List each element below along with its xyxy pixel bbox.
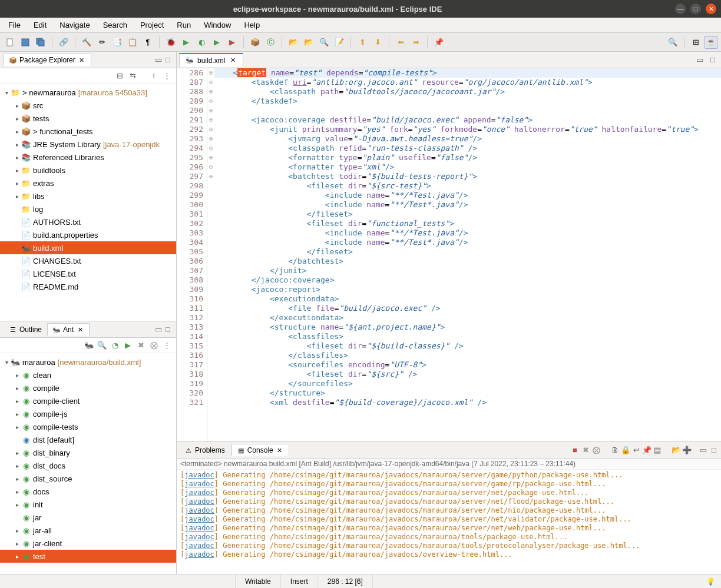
pin-console-button[interactable]: 📌: [642, 446, 651, 455]
ant-target[interactable]: ▸◉compile-client: [0, 394, 176, 407]
remove-all-launches-button[interactable]: ⨂: [591, 446, 601, 455]
maximize-view-button[interactable]: □: [163, 325, 173, 334]
tree-item[interactable]: 🐜build.xml: [0, 241, 176, 254]
minimize-console-button[interactable]: ▭: [699, 446, 708, 455]
ant-target[interactable]: ◉dist [default]: [0, 433, 176, 446]
add-buildfile-button[interactable]: 🐜: [84, 341, 94, 350]
minimize-view-button[interactable]: ▭: [154, 55, 163, 65]
quick-access-button[interactable]: 🔍: [666, 36, 679, 49]
save-button[interactable]: [19, 36, 32, 49]
build-button[interactable]: 🔨: [80, 36, 93, 49]
forward-button[interactable]: ➡: [409, 36, 422, 49]
ant-target[interactable]: ▸◉compile: [0, 381, 176, 394]
new-console-button[interactable]: ➕: [682, 446, 692, 455]
ant-root[interactable]: ▾🐜marauroa[newmarauroa/build.xml]: [0, 356, 176, 368]
ant-target[interactable]: ▸◉clean: [0, 368, 176, 381]
code-area[interactable]: <target name="test" depends="compile-tes…: [214, 68, 721, 441]
editor-tab-build-xml[interactable]: 🐜 build.xml ✕: [179, 53, 243, 67]
ant-target[interactable]: ▸◉dist_binary: [0, 446, 176, 459]
open-task-button[interactable]: 📂: [302, 36, 315, 49]
search-button[interactable]: 🔍: [317, 36, 330, 49]
display-console-button[interactable]: ▤: [653, 446, 662, 455]
remove-button[interactable]: ✖: [136, 341, 145, 350]
tree-item[interactable]: 📄LICENSE.txt: [0, 267, 176, 280]
minimize-editor-button[interactable]: ▭: [695, 55, 705, 65]
ant-target[interactable]: ▸◉compile-js: [0, 407, 176, 420]
menu-project[interactable]: Project: [134, 19, 170, 31]
ant-target[interactable]: ▸◉jar-client: [0, 537, 176, 550]
folding-gutter[interactable]: ⊖⊖⊖⊖⊖⊖⊖⊖⊖⊖⊖⊖: [207, 68, 214, 441]
menu-run[interactable]: Run: [171, 19, 197, 31]
menu-help[interactable]: Help: [238, 19, 266, 31]
project-root[interactable]: ▾📁> newmarauroa[marauroa 5450a33]: [0, 86, 176, 99]
task-button[interactable]: 📋: [126, 36, 139, 49]
window-close-button[interactable]: ✕: [706, 4, 716, 14]
tree-item[interactable]: 📄build.ant.properties: [0, 228, 176, 241]
menu-window[interactable]: Window: [198, 19, 237, 31]
ant-target[interactable]: ▸◉test: [0, 550, 176, 563]
link-with-editor-button[interactable]: ⇆: [128, 71, 137, 81]
highlight-button[interactable]: ✏: [95, 36, 108, 49]
editor-area[interactable]: 2862872882892902912922932942952962972982…: [177, 68, 721, 441]
close-icon[interactable]: ✕: [276, 446, 284, 454]
hide-button[interactable]: ◔: [110, 341, 120, 350]
annotation-button[interactable]: 📝: [333, 36, 346, 49]
tip-icon[interactable]: 💡: [706, 577, 715, 586]
tree-item[interactable]: 📁log: [0, 202, 176, 215]
back-button[interactable]: ⬅: [394, 36, 407, 49]
tree-item[interactable]: ▸📚JRE System Library[java-17-openjdk: [0, 138, 176, 151]
tree-item[interactable]: ▸📁libs: [0, 190, 176, 202]
ant-target[interactable]: ◉jar: [0, 511, 176, 524]
ant-target[interactable]: ▸◉docs: [0, 485, 176, 498]
maximize-editor-button[interactable]: □: [708, 55, 717, 65]
minimize-view-button[interactable]: ▭: [154, 325, 163, 334]
open-console-button[interactable]: 📂: [672, 446, 681, 455]
terminate-button[interactable]: ■: [570, 446, 580, 455]
search-button[interactable]: 🔍: [97, 341, 107, 350]
save-all-button[interactable]: [34, 36, 47, 49]
debug-button[interactable]: 🐞: [164, 36, 177, 49]
bookmark-button[interactable]: 📑: [111, 36, 124, 49]
menu-search[interactable]: Search: [97, 19, 133, 31]
maximize-console-button[interactable]: □: [709, 446, 719, 455]
word-wrap-button[interactable]: ↩: [631, 446, 641, 455]
close-icon[interactable]: ✕: [78, 56, 86, 64]
filter-button[interactable]: ⫶: [149, 71, 158, 81]
ant-target[interactable]: ▸◉dist_docs: [0, 459, 176, 472]
problems-tab[interactable]: ⚠ Problems: [179, 444, 230, 456]
package-explorer-tree[interactable]: ▾📁> newmarauroa[marauroa 5450a33]▸📦src▸📦…: [0, 84, 176, 321]
remove-launch-button[interactable]: ✖: [581, 446, 590, 455]
open-perspective-button[interactable]: ⊞: [689, 36, 702, 49]
next-annotation-button[interactable]: ⬇: [371, 36, 384, 49]
maximize-view-button[interactable]: □: [163, 55, 173, 65]
tree-item[interactable]: 📄AUTHORS.txt: [0, 215, 176, 228]
new-package-button[interactable]: 📦: [249, 36, 262, 49]
ant-target[interactable]: ▸◉compile-tests: [0, 420, 176, 433]
scroll-lock-button[interactable]: 🔒: [621, 446, 630, 455]
pin-button[interactable]: 📌: [432, 36, 445, 49]
menu-file[interactable]: File: [2, 19, 27, 31]
link-button[interactable]: 🔗: [57, 36, 70, 49]
tree-item[interactable]: ▸📦tests: [0, 112, 176, 125]
collapse-all-button[interactable]: ⊟: [115, 71, 124, 81]
run-last-button[interactable]: ▶: [210, 36, 223, 49]
run-target-button[interactable]: ▶: [123, 341, 133, 350]
tree-item[interactable]: ▸📚Referenced Libraries: [0, 151, 176, 164]
ant-view-menu-button[interactable]: ⋮: [162, 341, 171, 350]
open-type-button[interactable]: 📂: [287, 36, 300, 49]
remove-all-button[interactable]: ⨂: [149, 341, 158, 350]
tree-item[interactable]: ▸📁extras: [0, 177, 176, 190]
prev-annotation-button[interactable]: ⬆: [356, 36, 369, 49]
run-button[interactable]: ▶: [180, 36, 193, 49]
ant-target[interactable]: ▸◉init: [0, 498, 176, 511]
coverage-button[interactable]: ◐: [195, 36, 208, 49]
package-explorer-tab[interactable]: 📦 Package Explorer ✕: [4, 54, 91, 66]
line-number-gutter[interactable]: 2862872882892902912922932942952962972982…: [177, 68, 207, 441]
menu-edit[interactable]: Edit: [28, 19, 52, 31]
window-maximize-button[interactable]: □: [690, 4, 701, 14]
tree-item[interactable]: 📄README.md: [0, 280, 176, 293]
close-icon[interactable]: ✕: [229, 57, 237, 65]
tree-item[interactable]: ▸📁buildtools: [0, 164, 176, 177]
close-icon[interactable]: ✕: [76, 325, 84, 334]
window-minimize-button[interactable]: —: [675, 4, 686, 14]
